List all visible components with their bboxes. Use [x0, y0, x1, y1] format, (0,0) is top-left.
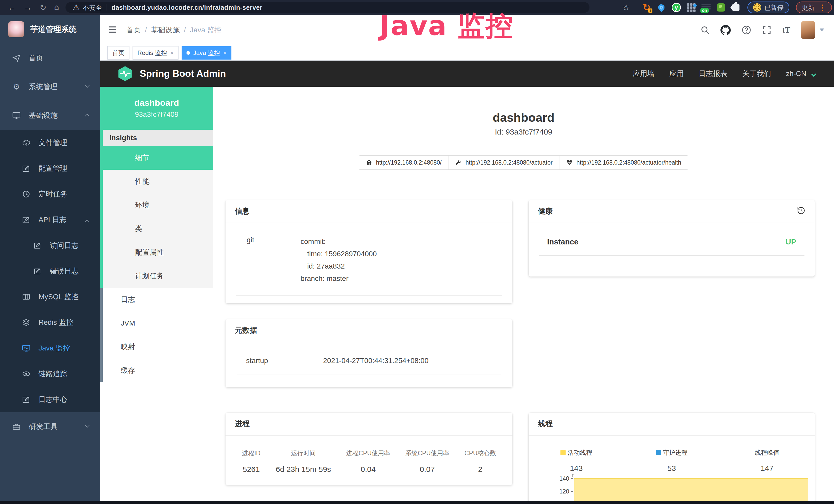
sidebar-item-system[interactable]: ⚙ 系统管理 [0, 72, 100, 101]
app-title: 芋道管理系统 [30, 24, 76, 35]
app-logo-row[interactable]: 芋道管理系统 [0, 15, 100, 44]
font-size-icon[interactable]: tT [782, 25, 790, 35]
breadcrumb-current: Java 监控 [190, 25, 222, 35]
service-url-link[interactable]: http://192.168.0.2:48080/ [359, 155, 449, 170]
pin-extension-icon[interactable] [657, 3, 666, 12]
app-sidebar: 芋道管理系统 首页 ⚙ 系统管理 基础设施 文件管理 [0, 15, 100, 504]
sba-nav: 应用墙 应用 日志报表 关于我们 zh-CN [618, 69, 815, 78]
sidebar-item-api-log[interactable]: API 日志 [0, 207, 100, 233]
sba-item-scheduled-tasks[interactable]: 计划任务 [103, 264, 213, 288]
page-subtitle: Id: 93a3fc7f7409 [213, 128, 834, 136]
process-card: 进程 进程ID 5261 运行时间 6d 23h 15m 59s 进程CPU使用… [225, 413, 512, 485]
browser-menu-icon[interactable]: ⋮ [818, 3, 826, 12]
sidebar-item-infra[interactable]: 基础设施 [0, 101, 100, 130]
leaf-extension-icon[interactable] [716, 3, 726, 12]
sba-item-logfile[interactable]: 日志 [103, 288, 213, 312]
tag-redis[interactable]: Redis 监控 × [133, 46, 178, 60]
sidebar-item-java[interactable]: Java 监控 [0, 335, 100, 361]
forward-icon[interactable]: → [24, 3, 32, 12]
edit-icon [21, 395, 31, 404]
sidebar-item-config[interactable]: 配置管理 [0, 156, 100, 181]
sidebar-item-error-log[interactable]: 错误日志 [0, 258, 100, 284]
sba-item-environment[interactable]: 环境 [103, 193, 213, 217]
sba-item-caches[interactable]: 缓存 [103, 359, 213, 382]
sba-nav-about[interactable]: 关于我们 [742, 69, 771, 78]
sba-item-mappings[interactable]: 映射 [103, 335, 213, 359]
sidebar-item-redis[interactable]: Redis 监控 [0, 310, 100, 335]
sidebar-item-job[interactable]: 定时任务 [0, 181, 100, 207]
hamburger-icon[interactable] [107, 25, 117, 36]
sba-main: dashboard Id: 93a3fc7f7409 http://192.16… [213, 87, 834, 504]
y-extension-icon[interactable]: y [672, 3, 681, 12]
sba-nav-wallboard[interactable]: 应用墙 [633, 69, 655, 78]
close-icon[interactable]: × [170, 49, 174, 56]
list-on-extension-icon[interactable]: on [701, 3, 711, 12]
history-clock-icon [21, 190, 31, 198]
sba-item-details[interactable]: 细节 [103, 146, 213, 170]
github-icon[interactable] [721, 25, 731, 35]
close-icon[interactable]: × [223, 49, 226, 56]
breadcrumb-infra[interactable]: 基础设施 [151, 25, 180, 35]
tag-java[interactable]: Java 监控 × [182, 46, 232, 60]
chevron-down-icon [811, 72, 816, 77]
home-icon[interactable]: ⌂ [54, 4, 59, 11]
sidebar-item-access-log[interactable]: 访问日志 [0, 233, 100, 258]
page-title: dashboard [213, 110, 834, 124]
grid-extension-icon[interactable]: ◆ [686, 3, 696, 12]
health-url-link[interactable]: http://192.168.0.2:48080/actuator/health [559, 155, 688, 170]
y-tick-140: 140 [554, 475, 569, 482]
health-instance-row[interactable]: Instance UP [539, 223, 805, 256]
instance-block[interactable]: dashboard 93a3fc7f7409 [100, 87, 213, 130]
infra-submenu: 文件管理 配置管理 定时任务 API 日志 [0, 130, 100, 412]
sidebar-item-log-center[interactable]: 日志中心 [0, 387, 100, 412]
metadata-card: 元数据 startup 2021-04-27T00:44:31.254+08:0… [225, 319, 512, 387]
history-icon[interactable] [797, 206, 806, 217]
info-card: 信息 git commit: time: 1596289704000 id: 2… [225, 200, 512, 303]
sba-item-metrics[interactable]: 性能 [103, 170, 213, 193]
user-avatar[interactable] [801, 21, 815, 39]
info-card-header: 信息 [225, 200, 512, 223]
instance-id: 93a3fc7f7409 [135, 110, 178, 119]
emoji-face-icon: ☺ [753, 3, 761, 12]
security-label[interactable]: 不安全 [83, 3, 102, 12]
sba-brand[interactable]: Spring Boot Admin [140, 68, 226, 79]
y-tick-120: 120 [554, 488, 569, 495]
sidebar-item-tools[interactable]: 研发工具 [0, 412, 100, 441]
legend-yellow-icon [561, 450, 566, 455]
sba-logo-icon[interactable] [117, 66, 133, 82]
sidebar-item-file[interactable]: 文件管理 [0, 130, 100, 156]
insights-group: Insights 细节 性能 环境 类 配置属性 计划任务 [100, 130, 213, 288]
actuator-url-link[interactable]: http://192.168.0.2:48080/actuator [448, 155, 559, 170]
instance-links: http://192.168.0.2:48080/ http://192.168… [213, 155, 834, 170]
metadata-row: startup 2021-04-27T00:44:31.254+08:00 [237, 342, 501, 375]
sidebar-item-mysql[interactable]: MySQL 监控 [0, 284, 100, 310]
sba-nav-locale[interactable]: zh-CN [786, 70, 815, 78]
paused-profile-pill[interactable]: ☺ 已暂停 [747, 2, 789, 13]
process-table: 进程ID 5261 运行时间 6d 23h 15m 59s 进程CPU使用率 0… [225, 436, 512, 474]
sba-nav-applications[interactable]: 应用 [670, 69, 684, 78]
breadcrumb-home[interactable]: 首页 [126, 25, 141, 35]
bookmark-star-icon[interactable]: ☆ [622, 3, 630, 12]
page: ← → ↻ ⌂ ⚠ 不安全 dashboard.yudao.iocoder.cn… [0, 0, 834, 504]
sidebar-item-home[interactable]: 首页 [0, 44, 100, 72]
breadcrumb: 首页 / 基础设施 / Java 监控 [126, 25, 222, 35]
url-text[interactable]: dashboard.yudao.iocoder.cn/infra/admin-s… [111, 4, 263, 11]
update-button[interactable]: 更新 ⋮ [796, 2, 832, 13]
info-value: commit: time: 1596289704000 id: 27aa832 … [301, 235, 377, 285]
sba-item-jvm[interactable]: JVM [103, 312, 213, 335]
reload-icon[interactable]: ↻ [40, 3, 46, 12]
back-icon[interactable]: ← [8, 3, 16, 12]
sba-item-configprops[interactable]: 配置属性 [103, 240, 213, 264]
sba-item-classes[interactable]: 类 [103, 217, 213, 240]
fullscreen-icon[interactable] [762, 25, 771, 35]
axis-cap [572, 474, 574, 477]
avatar-caret-icon[interactable] [820, 28, 824, 31]
extension-refresh-icon[interactable]: ↻ 1 [642, 3, 651, 12]
tag-home[interactable]: 首页 [107, 46, 129, 60]
puzzle-extensions-icon[interactable] [731, 3, 741, 12]
help-icon[interactable] [742, 25, 751, 35]
search-icon[interactable] [700, 25, 710, 35]
sidebar-item-trace[interactable]: 链路追踪 [0, 361, 100, 387]
sba-nav-journal[interactable]: 日志报表 [699, 69, 727, 78]
app-logo-avatar [8, 21, 24, 37]
